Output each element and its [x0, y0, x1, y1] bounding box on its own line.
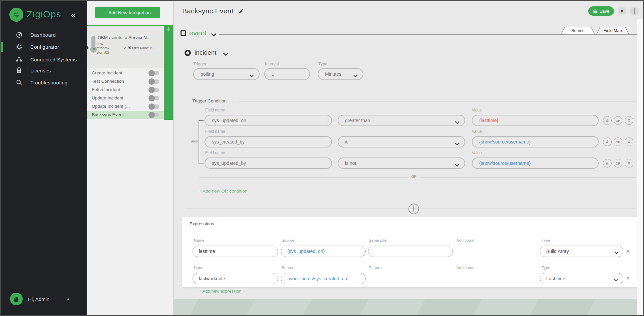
- collapse-sidebar-icon[interactable]: «: [71, 10, 76, 20]
- user-menu[interactable]: Hi, Admin ▲: [1, 293, 87, 307]
- expression-source-input[interactable]: {work_notes/sys_created_on}: [281, 273, 366, 284]
- separator-label: Separator: [369, 238, 386, 242]
- run-button[interactable]: [618, 7, 626, 15]
- condition-operator-select[interactable]: greater than: [338, 115, 465, 126]
- sidebar-item-label: Connected Systems: [30, 57, 77, 62]
- expression-separator-input[interactable]: [368, 246, 453, 257]
- remove-expression-button[interactable]: X: [626, 275, 630, 281]
- additional-label: Additional: [456, 238, 474, 242]
- sidebar-item-connected-systems[interactable]: Connected Systems: [1, 54, 87, 65]
- operation-row-test-connection[interactable]: Test Connection: [87, 77, 164, 86]
- chevron-down-icon: [614, 250, 618, 255]
- or-condition-button[interactable]: OR: [614, 159, 622, 168]
- decorative-footer-band: [174, 299, 643, 316]
- type-label: Type: [542, 238, 550, 242]
- kebab-menu-icon: •••: [634, 8, 635, 14]
- expression-source-input[interactable]: {sys_updated_on}: [281, 246, 366, 257]
- sidebar-item-licenses[interactable]: Licenses: [1, 65, 87, 76]
- condition-field-input[interactable]: sys_created_by: [205, 136, 332, 147]
- expression-name-input[interactable]: lastworknote: [193, 273, 278, 284]
- condition-field-input[interactable]: sys_updated_on: [205, 115, 332, 126]
- tab-field-map[interactable]: Field Map: [596, 27, 629, 34]
- operation-row-create-incident[interactable]: Create Incident: [87, 69, 164, 77]
- operation-row-backsync-event[interactable]: Backsync Event: [87, 111, 164, 119]
- expression-type-select[interactable]: Last time: [540, 273, 623, 284]
- sidebar-item-dashboard[interactable]: Dashboard: [1, 29, 87, 40]
- operation-row-fetch-incident[interactable]: Fetch Incident: [87, 86, 164, 94]
- expressions-title: Expressions: [190, 221, 214, 226]
- or-condition-button[interactable]: OR: [614, 116, 622, 125]
- page-title: Backsync Event: [182, 7, 234, 15]
- operation-label: Create Incident: [92, 70, 122, 75]
- operation-toggle[interactable]: [149, 71, 159, 75]
- source-label: Source: [282, 238, 294, 242]
- remove-condition-button[interactable]: X: [625, 116, 633, 125]
- integration-card[interactable]: OBM events to ServiceN... new-mfobm-vtom…: [87, 25, 164, 68]
- expression-name-input[interactable]: lasttime: [193, 246, 278, 257]
- add-condition-block-button[interactable]: [408, 203, 420, 215]
- or-condition-button[interactable]: OR: [614, 137, 622, 146]
- chevron-up-icon[interactable]: ▲: [66, 297, 70, 301]
- expression-name: lasttime: [199, 249, 215, 254]
- expression-type-select[interactable]: Build Array: [540, 246, 623, 257]
- add-expression-link[interactable]: + Add new expression: [199, 289, 242, 294]
- chevron-down-icon[interactable]: [211, 32, 216, 38]
- condition-operator-select[interactable]: is: [338, 136, 465, 147]
- type-select[interactable]: Minutes: [318, 68, 363, 80]
- more-options-button[interactable]: •••: [630, 7, 639, 15]
- save-label: Save: [599, 9, 609, 14]
- toolbar: Save •••: [588, 6, 639, 16]
- add-operation-icon[interactable]: +: [164, 25, 173, 34]
- operation-row-update-incident[interactable]: Update Incident: [87, 94, 164, 102]
- value-label: Value: [472, 150, 482, 155]
- integration-title: OBM events to ServiceN...: [97, 35, 150, 40]
- condition-value: {snow/source/username}: [479, 139, 531, 144]
- condition-operator-select[interactable]: is not: [338, 157, 465, 169]
- licenses-lock-icon: [16, 67, 22, 74]
- and-condition-button[interactable]: &: [603, 159, 612, 168]
- chevron-down-icon[interactable]: [223, 51, 228, 57]
- operation-toggle[interactable]: [149, 96, 159, 100]
- sidebar-item-configurator[interactable]: Configurator: [1, 41, 87, 52]
- add-or-condition-link[interactable]: + Add new OR condition: [199, 189, 247, 194]
- operation-toggle[interactable]: [149, 79, 159, 84]
- and-condition-button[interactable]: &: [603, 137, 612, 146]
- sidebar-item-troubleshooting[interactable]: Troubleshooting: [1, 77, 87, 88]
- scrollbar-track[interactable]: [637, 19, 643, 315]
- chevron-down-icon: [353, 73, 357, 78]
- and-condition-button[interactable]: &: [603, 116, 612, 125]
- operation-row-update-incident-2[interactable]: Update Incident (...: [87, 102, 164, 111]
- incident-section-toggle[interactable]: incident: [195, 49, 217, 56]
- trigger-select[interactable]: polling: [193, 68, 260, 80]
- value-label: Value: [472, 108, 482, 112]
- operation-label: Test Connection: [92, 79, 124, 84]
- field-value: sys_updated_on: [212, 118, 246, 123]
- expression-type: Last time: [546, 276, 565, 281]
- interval-input[interactable]: 1: [264, 68, 310, 80]
- sidebar-item-label: Configurator: [30, 44, 59, 50]
- section-rule: [238, 101, 636, 101]
- condition-value-input[interactable]: {snow/source/username}: [472, 136, 599, 147]
- operation-toggle[interactable]: [149, 113, 159, 117]
- condition-value-input[interactable]: {lasttime}: [472, 115, 599, 126]
- remove-expression-button[interactable]: X: [626, 248, 630, 254]
- add-new-integration-button[interactable]: + Add New Integration: [95, 7, 160, 18]
- integration-selector-strip: +: [164, 25, 173, 120]
- additional-label: Additional: [456, 266, 474, 270]
- condition-field-input[interactable]: sys_updated_by: [205, 157, 332, 169]
- type-value: Minutes: [325, 71, 341, 77]
- operation-toggle[interactable]: [149, 104, 159, 109]
- remove-condition-button[interactable]: X: [625, 159, 633, 168]
- tab-source[interactable]: Source: [561, 27, 595, 34]
- condition-value-input[interactable]: {snow/source/username}: [472, 157, 599, 169]
- sidebar-item-label: Dashboard: [30, 32, 56, 38]
- type-label: Type: [542, 266, 550, 270]
- remove-condition-button[interactable]: X: [625, 137, 633, 146]
- source-status-dot: [93, 48, 95, 50]
- section-rule: [221, 224, 629, 224]
- operation-toggle[interactable]: [149, 88, 159, 92]
- edit-title-icon[interactable]: [238, 8, 244, 14]
- brand-name: ZigiOps: [27, 9, 61, 20]
- event-section-toggle[interactable]: event: [189, 29, 207, 37]
- save-button[interactable]: Save: [588, 6, 614, 16]
